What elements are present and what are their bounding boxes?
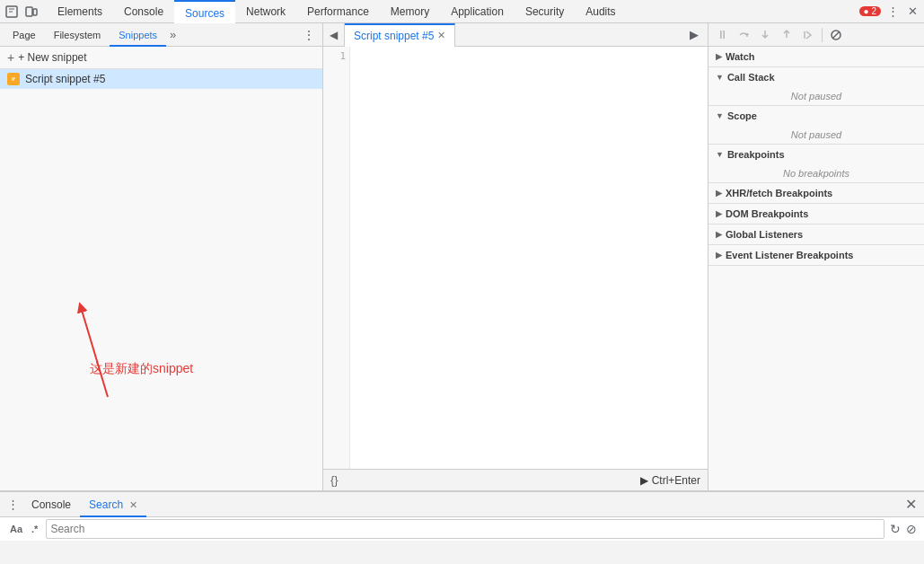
annotation-text: 这是新建的snippet bbox=[90, 361, 193, 377]
editor-bottom-bar: {} ▶ Ctrl+Enter bbox=[323, 469, 708, 490]
tab-security[interactable]: Security bbox=[515, 0, 575, 23]
devtools-close-icon[interactable]: ✕ bbox=[904, 4, 920, 20]
case-sensitive-button[interactable]: Aa bbox=[7, 523, 25, 535]
line-numbers: 1 bbox=[323, 47, 350, 469]
bottom-tab-console[interactable]: Console bbox=[22, 492, 80, 517]
xhr-label: XHR/fetch Breakpoints bbox=[726, 188, 832, 198]
editor-tab-snippet5[interactable]: Script snippet #5 ✕ bbox=[345, 23, 455, 47]
search-options: Aa .* bbox=[7, 523, 40, 535]
tab-audits[interactable]: Audits bbox=[575, 0, 626, 23]
step-into-button[interactable] bbox=[755, 25, 775, 45]
search-input[interactable] bbox=[50, 523, 880, 535]
annotation-area: 这是新建的snippet bbox=[0, 280, 322, 491]
left-panel: Page Filesystem Snippets » ⋮ + + New sni… bbox=[0, 23, 323, 490]
tab-memory[interactable]: Memory bbox=[380, 0, 440, 23]
xhr-breakpoints-section: ▶ XHR/fetch Breakpoints bbox=[708, 183, 924, 204]
clear-search-icon[interactable]: ⊘ bbox=[906, 522, 917, 536]
bottom-panel-menu-icon[interactable]: ⋮ bbox=[4, 498, 22, 511]
scope-label: Scope bbox=[727, 110, 757, 121]
plus-icon: + bbox=[7, 50, 14, 65]
dom-triangle-icon: ▶ bbox=[716, 209, 722, 218]
scope-header[interactable]: ▼ Scope bbox=[708, 106, 924, 126]
annotation-arrow bbox=[54, 298, 126, 406]
tab-console[interactable]: Console bbox=[113, 0, 174, 23]
scope-triangle-icon: ▼ bbox=[716, 111, 724, 120]
editor-panel: ◀ Script snippet #5 ✕ ▶ 1 {} ▶ Ctrl+Ente… bbox=[323, 23, 708, 490]
search-bar: Aa .* ↻ ⊘ bbox=[0, 517, 924, 541]
search-input-wrap bbox=[46, 519, 884, 539]
bottom-tab-search[interactable]: Search ✕ bbox=[80, 492, 146, 517]
pause-button[interactable]: ⏸ bbox=[712, 25, 732, 45]
snippet-name: Script snippet #5 bbox=[25, 73, 105, 85]
event-listener-header[interactable]: ▶ Event Listener Breakpoints bbox=[708, 245, 924, 265]
snippet-item[interactable]: Script snippet #5 bbox=[0, 69, 322, 89]
step-out-button[interactable] bbox=[777, 25, 796, 45]
breakpoints-status: No breakpoints bbox=[708, 164, 924, 182]
subtab-page[interactable]: Page bbox=[4, 23, 45, 47]
watch-header[interactable]: ▶ Watch bbox=[708, 47, 924, 66]
new-snippet-button[interactable]: + + New snippet bbox=[0, 47, 322, 69]
right-panel: ⏸ ▶ bbox=[708, 23, 924, 490]
editor-content: 1 bbox=[323, 47, 708, 469]
error-badge[interactable]: ● 2 bbox=[859, 6, 881, 16]
call-stack-header[interactable]: ▼ Call Stack bbox=[708, 67, 924, 87]
svg-rect-2 bbox=[33, 9, 37, 15]
tab-network[interactable]: Network bbox=[235, 0, 296, 23]
bottom-tabs: ⋮ Console Search ✕ ✕ bbox=[0, 492, 924, 517]
scope-section: ▼ Scope Not paused bbox=[708, 106, 924, 145]
svg-rect-1 bbox=[26, 7, 32, 16]
snippet-file-icon bbox=[7, 73, 20, 85]
pretty-print-button[interactable]: {} bbox=[330, 473, 339, 487]
scope-status: Not paused bbox=[708, 126, 924, 144]
editor-nav-right-icon[interactable]: ▶ bbox=[684, 25, 704, 45]
tab-elements[interactable]: Elements bbox=[47, 0, 113, 23]
code-editor[interactable] bbox=[350, 47, 708, 469]
global-listeners-section: ▶ Global Listeners bbox=[708, 225, 924, 245]
bottom-tab-search-close-icon[interactable]: ✕ bbox=[129, 499, 137, 510]
left-subtabs: Page Filesystem Snippets » ⋮ bbox=[0, 23, 322, 47]
editor-nav-left-icon[interactable]: ◀ bbox=[323, 23, 345, 47]
global-listeners-header[interactable]: ▶ Global Listeners bbox=[708, 225, 924, 244]
subtab-filesystem[interactable]: Filesystem bbox=[45, 23, 110, 47]
step-over-button[interactable] bbox=[734, 25, 753, 45]
new-snippet-label: + New snippet bbox=[18, 51, 86, 64]
regex-button[interactable]: .* bbox=[29, 523, 40, 535]
svg-rect-3 bbox=[10, 75, 17, 83]
watch-section: ▶ Watch bbox=[708, 47, 924, 67]
call-stack-triangle-icon: ▼ bbox=[716, 73, 724, 82]
subtab-snippets[interactable]: Snippets bbox=[110, 23, 166, 47]
watch-triangle-icon: ▶ bbox=[716, 52, 722, 61]
device-icon[interactable] bbox=[23, 4, 40, 20]
dom-breakpoints-header[interactable]: ▶ DOM Breakpoints bbox=[708, 204, 924, 224]
inspect-icon[interactable] bbox=[4, 4, 20, 20]
event-listener-breakpoints-section: ▶ Event Listener Breakpoints bbox=[708, 245, 924, 266]
step-button[interactable] bbox=[798, 25, 818, 45]
close-bottom-panel-icon[interactable]: ✕ bbox=[902, 496, 920, 513]
xhr-breakpoints-header[interactable]: ▶ XHR/fetch Breakpoints bbox=[708, 183, 924, 203]
subtab-menu-icon[interactable]: ⋮ bbox=[299, 28, 319, 42]
tab-performance[interactable]: Performance bbox=[296, 0, 380, 23]
refresh-search-icon[interactable]: ↻ bbox=[890, 522, 901, 536]
watch-label: Watch bbox=[726, 51, 755, 62]
top-tab-bar: Elements Console Sources Network Perform… bbox=[0, 0, 924, 23]
svg-line-7 bbox=[832, 31, 840, 39]
run-snippet-button[interactable]: ▶ Ctrl+Enter bbox=[640, 474, 700, 487]
subtab-more-icon[interactable]: » bbox=[166, 28, 180, 41]
dom-label: DOM Breakpoints bbox=[726, 208, 808, 219]
tab-sources[interactable]: Sources bbox=[174, 0, 235, 23]
editor-tab-close-icon[interactable]: ✕ bbox=[437, 30, 445, 41]
deactivate-breakpoints-button[interactable] bbox=[826, 25, 846, 45]
xhr-triangle-icon: ▶ bbox=[716, 189, 722, 198]
devtools-menu-icon[interactable]: ⋮ bbox=[884, 4, 901, 20]
breakpoints-section: ▼ Breakpoints No breakpoints bbox=[708, 145, 924, 183]
breakpoints-header[interactable]: ▼ Breakpoints bbox=[708, 145, 924, 164]
breakpoints-label: Breakpoints bbox=[727, 149, 785, 160]
breakpoints-triangle-icon: ▼ bbox=[716, 150, 724, 159]
dom-breakpoints-section: ▶ DOM Breakpoints bbox=[708, 204, 924, 225]
snippet-list: Script snippet #5 bbox=[0, 69, 322, 280]
event-triangle-icon: ▶ bbox=[716, 251, 722, 260]
call-stack-status: Not paused bbox=[708, 87, 924, 105]
editor-tab-bar: ◀ Script snippet #5 ✕ ▶ bbox=[323, 23, 708, 47]
tab-application[interactable]: Application bbox=[440, 0, 515, 23]
bottom-tab-search-label: Search bbox=[89, 498, 123, 511]
